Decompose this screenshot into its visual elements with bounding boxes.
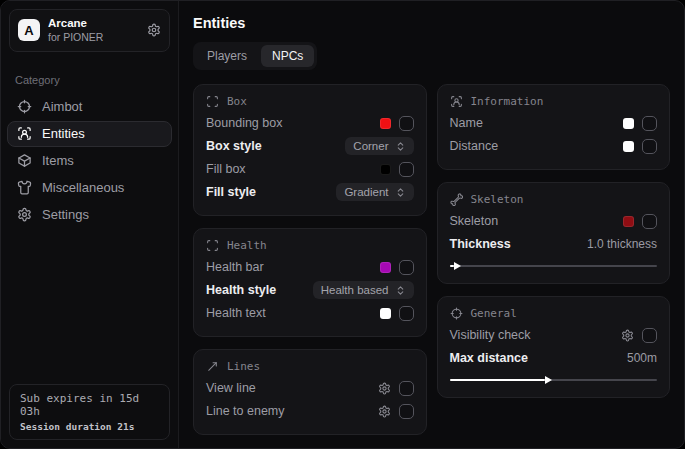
color-swatch[interactable] bbox=[380, 262, 391, 273]
sidebar-item-miscellaneous[interactable]: Miscellaneous bbox=[7, 175, 172, 201]
sidebar-item-label: Aimbot bbox=[42, 99, 82, 114]
color-swatch[interactable] bbox=[623, 141, 634, 152]
setting-label: Distance bbox=[450, 139, 499, 153]
card-general-header: General bbox=[450, 307, 658, 320]
brand-text: Arcane for PIONER bbox=[48, 16, 103, 45]
app-window: A Arcane for PIONER Category Aimbot bbox=[0, 0, 685, 449]
card-box: Box Bounding box Box style Corner bbox=[193, 84, 427, 216]
card-skeleton: Skeleton Skeleton Thickness 1.0 thicknes… bbox=[437, 182, 671, 284]
card-title: Box bbox=[227, 95, 247, 108]
tab-npcs[interactable]: NPCs bbox=[261, 45, 314, 67]
card-lines: Lines View line Line to enemy bbox=[193, 349, 427, 435]
setting-label: Box style bbox=[206, 139, 262, 153]
setting-label: Name bbox=[450, 116, 483, 130]
color-swatch[interactable] bbox=[623, 118, 634, 129]
subscription-info: Sub expires in 15d 03h Session duration … bbox=[9, 384, 170, 440]
checkbox[interactable] bbox=[399, 116, 414, 131]
checkbox[interactable] bbox=[642, 328, 657, 343]
setting-row-fill-box: Fill box bbox=[206, 158, 414, 180]
bounding-box-icon bbox=[206, 95, 219, 108]
box-style-dropdown[interactable]: Corner bbox=[345, 137, 413, 155]
slider-handle[interactable] bbox=[545, 376, 552, 384]
sidebar-item-label: Miscellaneous bbox=[42, 180, 124, 195]
max-distance-slider[interactable] bbox=[450, 375, 658, 385]
gear-icon[interactable] bbox=[147, 23, 161, 37]
setting-row-fill-style: Fill style Gradient bbox=[206, 181, 414, 203]
checkbox[interactable] bbox=[399, 404, 414, 419]
setting-row-distance: Distance bbox=[450, 135, 658, 157]
card-title: Skeleton bbox=[471, 193, 524, 206]
shirt-icon bbox=[17, 180, 32, 195]
gear-icon[interactable] bbox=[621, 329, 634, 342]
checkbox[interactable] bbox=[399, 381, 414, 396]
scan-person-icon bbox=[450, 95, 463, 108]
setting-row-skeleton: Skeleton bbox=[450, 210, 658, 232]
main-panel: Entities Players NPCs Box Bounding box bbox=[179, 1, 684, 448]
cards-grid: Box Bounding box Box style Corner bbox=[193, 84, 670, 435]
setting-row-thickness: Thickness 1.0 thickness bbox=[450, 233, 658, 255]
setting-row-health-style: Health style Health based bbox=[206, 279, 414, 301]
sidebar-item-entities[interactable]: Entities bbox=[7, 121, 172, 147]
setting-label: View line bbox=[206, 381, 256, 395]
color-swatch[interactable] bbox=[380, 118, 391, 129]
checkbox[interactable] bbox=[642, 139, 657, 154]
tab-bar: Players NPCs bbox=[193, 42, 317, 70]
gear-icon[interactable] bbox=[378, 405, 391, 418]
checkbox[interactable] bbox=[642, 214, 657, 229]
bone-icon bbox=[450, 193, 463, 206]
diagonal-line-icon bbox=[206, 360, 219, 373]
sidebar: A Arcane for PIONER Category Aimbot bbox=[1, 1, 179, 448]
color-swatch[interactable] bbox=[623, 216, 634, 227]
setting-label: Health text bbox=[206, 306, 266, 320]
checkbox[interactable] bbox=[399, 306, 414, 321]
card-health-header: Health bbox=[206, 239, 414, 252]
setting-row-box-style: Box style Corner bbox=[206, 135, 414, 157]
sidebar-item-label: Entities bbox=[42, 126, 85, 141]
card-title: General bbox=[471, 307, 517, 320]
gear-icon[interactable] bbox=[378, 382, 391, 395]
checkbox[interactable] bbox=[642, 116, 657, 131]
app-logo: A bbox=[18, 19, 40, 41]
sub-expiry-text: Sub expires in 15d 03h bbox=[20, 392, 159, 418]
fill-style-dropdown[interactable]: Gradient bbox=[336, 183, 413, 201]
crosshair-icon bbox=[17, 99, 32, 114]
setting-label: Skeleton bbox=[450, 214, 499, 228]
sidebar-item-items[interactable]: Items bbox=[7, 148, 172, 174]
slider-handle[interactable] bbox=[454, 262, 461, 270]
color-swatch[interactable] bbox=[380, 308, 391, 319]
slider-value: 1.0 thickness bbox=[587, 237, 657, 251]
slider-fill bbox=[450, 265, 454, 267]
setting-row-name: Name bbox=[450, 112, 658, 134]
setting-row-max-distance: Max distance 500m bbox=[450, 347, 658, 369]
setting-label: Fill style bbox=[206, 185, 256, 199]
setting-row-health-bar: Health bar bbox=[206, 256, 414, 278]
slider-value: 500m bbox=[627, 351, 657, 365]
card-title: Lines bbox=[227, 360, 260, 373]
checkbox[interactable] bbox=[399, 162, 414, 177]
thickness-slider[interactable] bbox=[450, 261, 658, 271]
category-label: Category bbox=[15, 74, 178, 86]
card-general: General Visibility check Max distance bbox=[437, 296, 671, 398]
brand-subtitle: for PIONER bbox=[48, 31, 103, 45]
gear-icon bbox=[17, 207, 32, 222]
tab-players[interactable]: Players bbox=[196, 45, 258, 67]
scan-person-icon bbox=[17, 126, 32, 141]
sidebar-item-label: Settings bbox=[42, 207, 89, 222]
color-swatch[interactable] bbox=[380, 164, 391, 175]
right-column: Information Name Distance bbox=[437, 84, 671, 398]
sidebar-item-aimbot[interactable]: Aimbot bbox=[7, 94, 172, 120]
health-style-dropdown[interactable]: Health based bbox=[313, 281, 414, 299]
setting-label: Visibility check bbox=[450, 328, 531, 342]
crosshair-icon bbox=[450, 307, 463, 320]
chevrons-up-down-icon bbox=[395, 141, 406, 152]
card-title: Health bbox=[227, 239, 267, 252]
bounding-box-icon bbox=[206, 239, 219, 252]
checkbox[interactable] bbox=[399, 260, 414, 275]
chevrons-up-down-icon bbox=[395, 285, 406, 296]
setting-row-health-text: Health text bbox=[206, 302, 414, 324]
slider-fill bbox=[450, 379, 545, 381]
slider-track[interactable] bbox=[450, 265, 658, 267]
sidebar-item-settings[interactable]: Settings bbox=[7, 202, 172, 228]
session-duration-text: Session duration 21s bbox=[20, 421, 159, 432]
setting-row-line-to-enemy: Line to enemy bbox=[206, 400, 414, 422]
